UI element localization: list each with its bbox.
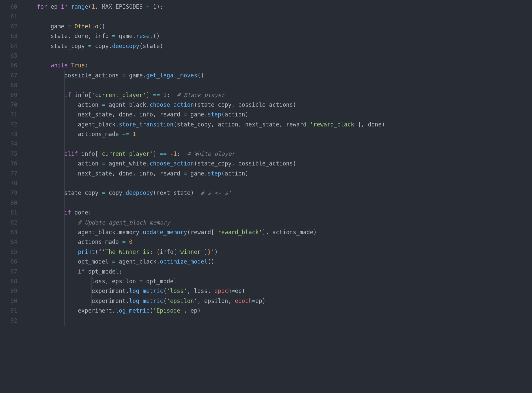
token-pl: loss, epsilon	[23, 278, 139, 285]
token-str: 'current_player'	[98, 150, 153, 157]
code-line[interactable]: # Update agent_black memory	[23, 218, 532, 228]
token-op: =	[102, 101, 105, 108]
code-line[interactable]	[23, 80, 532, 90]
token-fs: }	[208, 249, 211, 255]
code-line[interactable]	[23, 139, 532, 149]
line-number: 90	[0, 296, 17, 306]
token-pl: action	[23, 101, 102, 108]
line-number-gutter: 6061626364656667686970717273747576777879…	[0, 2, 23, 393]
code-line[interactable]: agent_black.memory.update_memory(reward[…	[23, 228, 532, 237]
token-pl: (action)	[221, 170, 249, 177]
line-number: 86	[0, 257, 17, 267]
indent-guide	[37, 316, 37, 326]
token-pl: :	[85, 62, 88, 69]
code-editor[interactable]: 6061626364656667686970717273747576777879…	[0, 0, 532, 393]
token-num: 1	[92, 3, 95, 10]
code-line[interactable]	[23, 178, 532, 188]
code-line-content: next_state, done, info, reward = game.st…	[23, 111, 249, 118]
code-line[interactable]: if opt_model:	[23, 267, 532, 277]
code-line[interactable]: actions_made = 0	[23, 237, 532, 247]
code-line[interactable]: loss, epsilon = opt_model	[23, 277, 532, 286]
code-line[interactable]: elif info['current_player'] == -1: # Whi…	[23, 149, 532, 159]
code-area[interactable]: for ep in range(1, MAX_EPISODES + 1): ga…	[23, 2, 532, 393]
line-number: 89	[0, 286, 17, 296]
code-line-content: action = agent_black.choose_action(state…	[23, 101, 296, 108]
code-line[interactable]: state_copy = copy.deepcopy(state)	[23, 41, 532, 51]
code-line-content: if info['current_player'] == 1: # Black …	[23, 92, 225, 98]
code-line-content: elif info['current_player'] == -1: # Whi…	[23, 150, 235, 157]
line-number: 73	[0, 129, 17, 139]
token-pl	[160, 92, 163, 98]
token-pl: (state_copy, possible_actions)	[194, 101, 296, 108]
token-pl: ], done)	[358, 121, 385, 128]
token-fn: get_legal_moves	[146, 72, 197, 79]
code-line[interactable]	[23, 316, 532, 326]
code-line[interactable]	[23, 198, 532, 208]
line-number: 60	[0, 2, 17, 12]
token-fn: update_memory	[143, 229, 187, 236]
code-line[interactable]: action = agent_black.choose_action(state…	[23, 100, 532, 110]
code-line[interactable]: experiment.log_metric('epsilon', epsilon…	[23, 296, 532, 306]
line-number: 71	[0, 110, 17, 119]
token-pl: (reward[	[187, 229, 214, 236]
token-pl: copy.	[92, 43, 112, 49]
token-num: 1	[133, 131, 136, 137]
token-pl: (	[88, 3, 92, 10]
token-fn: print	[78, 249, 95, 255]
indent-guide	[51, 51, 51, 61]
token-fn: deepcopy	[126, 189, 153, 196]
token-fn: log_metric	[129, 288, 163, 294]
token-num: True	[71, 62, 85, 69]
code-line-content: opt_model = agent_black.optimize_model()	[23, 258, 214, 265]
token-pl: info[	[71, 92, 91, 98]
code-line[interactable]: actions_made += 1	[23, 129, 532, 139]
token-pl: agent_white.	[105, 160, 150, 167]
code-line[interactable]: next_state, done, info, reward = game.st…	[23, 110, 532, 119]
indent-guide	[37, 139, 37, 149]
token-op: =	[252, 298, 255, 304]
token-pl: (state)	[139, 43, 163, 49]
token-kw: in	[61, 3, 68, 10]
code-line[interactable]: state, done, info = game.reset()	[23, 31, 532, 41]
token-pl	[68, 62, 71, 69]
code-line[interactable]: game = Othello()	[23, 22, 532, 31]
code-line[interactable]: agent_black.store_transition(state_copy,…	[23, 120, 532, 129]
code-line[interactable]: possible_actions = game.get_legal_moves(…	[23, 71, 532, 80]
token-pl	[23, 3, 37, 10]
code-line[interactable]: state_copy = copy.deepcopy(next_state) #…	[23, 188, 532, 198]
code-line[interactable]: if done:	[23, 208, 532, 218]
token-pl: agent_black.memory.	[23, 229, 143, 236]
token-num: 1	[153, 3, 156, 10]
code-line[interactable]	[23, 51, 532, 61]
code-line[interactable]: experiment.log_metric('loss', loss, epoc…	[23, 286, 532, 296]
token-pl	[68, 3, 71, 10]
code-line-content: # Update agent_black memory	[23, 219, 170, 226]
code-line[interactable]: experiment.log_metric('Episode', ep)	[23, 306, 532, 316]
token-fn: store_transition	[119, 121, 174, 128]
token-str: 'epsilon'	[167, 298, 197, 304]
code-line[interactable]: action = agent_white.choose_action(state…	[23, 159, 532, 168]
code-line[interactable]: opt_model = agent_black.optimize_model()	[23, 257, 532, 267]
token-fn: optimize_model	[160, 258, 207, 265]
code-line[interactable]: print(f'The Winner is: {info["winner"]}'…	[23, 247, 532, 257]
indent-guide	[51, 12, 51, 21]
code-line[interactable]: while True:	[23, 61, 532, 70]
code-line-content: possible_actions = game.get_legal_moves(…	[23, 72, 204, 79]
code-line[interactable]: for ep in range(1, MAX_EPISODES + 1):	[23, 2, 532, 12]
code-line-content: for ep in range(1, MAX_EPISODES + 1):	[23, 3, 163, 10]
token-str: 'current_player'	[92, 92, 146, 98]
line-number: 84	[0, 237, 17, 247]
token-pl: agent_black.	[105, 101, 150, 108]
token-fn: choose_action	[150, 160, 194, 167]
token-num: 1	[163, 92, 167, 98]
code-line[interactable]: if info['current_player'] == 1: # Black …	[23, 90, 532, 100]
code-line[interactable]: next_state, done, info, reward = game.st…	[23, 169, 532, 178]
token-pl: done:	[71, 209, 91, 216]
token-pl: ()	[153, 33, 160, 39]
code-line[interactable]	[23, 12, 532, 21]
token-pl	[167, 150, 170, 157]
token-op: =	[112, 258, 115, 265]
token-pl: info[	[160, 249, 177, 255]
token-pl: :	[167, 92, 177, 98]
token-kw: f	[98, 249, 102, 255]
